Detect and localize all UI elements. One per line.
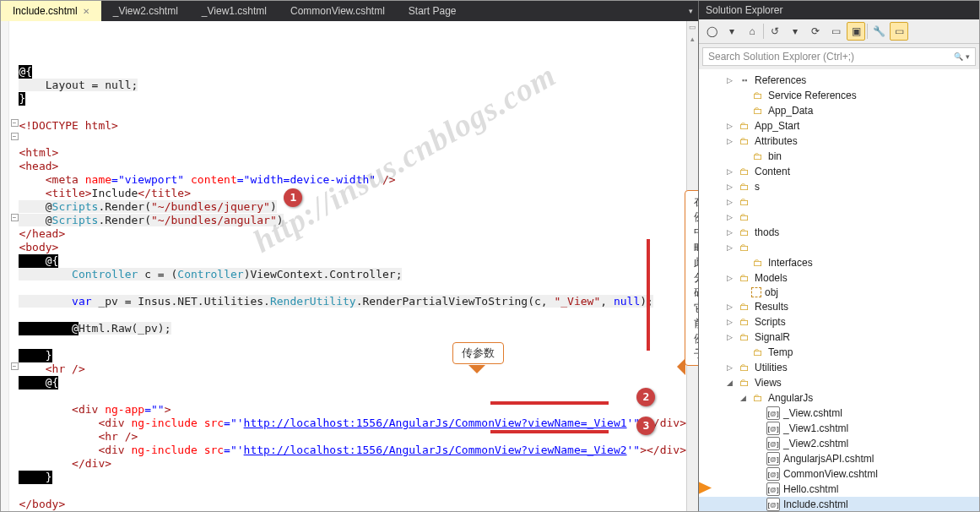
expand-icon[interactable]: ▷	[724, 182, 734, 191]
expand-icon[interactable]: ▷	[753, 485, 763, 493]
expand-icon[interactable]: ▷	[724, 274, 734, 282]
collapse-icon[interactable]: ▭	[826, 22, 845, 41]
close-icon[interactable]: ✕	[83, 7, 89, 16]
tree-label: Temp	[768, 346, 793, 358]
search-input[interactable]: Search Solution Explorer (Ctrl+;)🔍 ▾	[702, 47, 976, 66]
tree-label: App_Data	[768, 105, 813, 117]
refresh-icon[interactable]: ⟳	[806, 22, 825, 41]
folder-icon: 🗀	[738, 376, 751, 389]
expand-icon[interactable]: ▷	[724, 76, 734, 84]
expand-icon[interactable]: ◢	[724, 379, 734, 387]
properties-icon[interactable]: 🔧	[869, 22, 888, 41]
tree-item[interactable]: ▷🗀SignalR	[699, 330, 979, 345]
tab-include[interactable]: Include.cshtml✕	[1, 1, 101, 21]
expand-icon[interactable]: ▷	[738, 259, 748, 267]
folder-icon: 🗀	[751, 346, 765, 359]
expand-icon[interactable]: ▷	[724, 302, 734, 311]
tree-item[interactable]: ◢🗀Views	[699, 375, 979, 390]
solution-tree[interactable]: ▷▪▪References▷🗀Service References▷🗀App_D…	[699, 73, 979, 511]
expand-icon[interactable]: ▷	[738, 348, 748, 357]
tree-item[interactable]: ▷🗀thods	[699, 225, 979, 240]
tree-item[interactable]: ▷🗀bin	[699, 149, 979, 164]
show-all-icon[interactable]: ▣	[847, 22, 865, 41]
tree-item[interactable]: ▷[@]AngularjsAPI.cshtml	[699, 451, 979, 466]
tab-overflow-icon[interactable]: ▾	[683, 1, 698, 21]
tree-item[interactable]: ▷▪▪References	[699, 73, 979, 88]
tree-item[interactable]: ▷🗀App_Data	[699, 103, 979, 118]
tree-item[interactable]: ▷obj	[699, 286, 979, 299]
preview-icon[interactable]: ▭	[890, 22, 908, 41]
expand-icon[interactable]: ▷	[724, 363, 734, 372]
code-editor[interactable]: http://insus.cnblogs.com @{ Layout = nul…	[14, 21, 686, 511]
tree-item[interactable]: ▷🗀Utilities	[699, 360, 979, 375]
tree-label: CommonView.cshtml	[783, 468, 878, 480]
tree-item[interactable]: ▷🗀Temp	[699, 345, 979, 360]
folder-icon: 🗀	[738, 180, 751, 193]
expand-icon[interactable]: ▷	[724, 167, 734, 176]
search-drop-icon[interactable]: 🔍 ▾	[954, 52, 970, 61]
tree-item[interactable]: ▷[@]Hello.cshtml	[699, 482, 979, 497]
expand-icon[interactable]: ▷	[724, 137, 734, 145]
expand-icon[interactable]: ▷	[724, 198, 734, 206]
references-icon: ▪▪	[738, 74, 751, 87]
home-icon[interactable]: ⌂	[743, 22, 761, 41]
tree-item[interactable]: ▷[@]_View1.cshtml	[699, 421, 979, 436]
sync-drop-icon[interactable]: ▾	[786, 22, 804, 41]
expand-icon[interactable]: ▷	[724, 213, 734, 221]
tree-item[interactable]: ▷[@]CommonView.cshtml	[699, 466, 979, 482]
tab-view2[interactable]: _View2.cshtml	[101, 1, 190, 21]
annotation-badge-2: 2	[636, 388, 655, 406]
tree-item[interactable]: ▷🗀Attributes	[699, 133, 979, 149]
tree-item[interactable]: ▷🗀Results	[699, 299, 979, 314]
split-icon[interactable]: ▭	[687, 21, 698, 33]
expand-icon[interactable]: ▷	[738, 106, 748, 115]
expand-icon[interactable]: ▷	[738, 91, 748, 100]
tree-item[interactable]: ▷🗀Models	[699, 270, 979, 286]
expand-icon[interactable]: ▷	[724, 228, 734, 237]
tree-item[interactable]: ▷🗀Interfaces	[699, 255, 979, 270]
expand-icon[interactable]: ▷	[738, 152, 748, 161]
expand-icon[interactable]: ▷	[753, 470, 763, 478]
expand-icon[interactable]: ▷	[724, 333, 734, 341]
forward-drop-icon[interactable]: ▾	[723, 22, 741, 41]
tree-item[interactable]: ▷[@]_View.cshtml	[699, 406, 979, 421]
sync-icon[interactable]: ↺	[766, 22, 784, 41]
expand-icon[interactable]: ▷	[724, 318, 734, 326]
expand-icon[interactable]: ▷	[753, 439, 763, 448]
scroll-up-icon[interactable]: ▴	[689, 33, 696, 45]
tree-label: AngularJs	[768, 392, 813, 404]
expand-icon[interactable]: ▷	[753, 424, 763, 433]
tree-item[interactable]: ▷🗀	[699, 240, 979, 255]
tree-label: s	[755, 181, 760, 193]
tab-common[interactable]: CommonView.cshtml	[279, 1, 397, 21]
expand-icon[interactable]: ▷	[724, 122, 734, 130]
expand-icon[interactable]: ▷	[724, 243, 734, 252]
tree-item[interactable]: ▷🗀s	[699, 179, 979, 194]
expand-icon[interactable]: ▷	[753, 500, 763, 509]
tree-item[interactable]: ▷🗀App_Start	[699, 118, 979, 133]
tree-item[interactable]: ▷[@]Include.cshtml	[699, 497, 979, 511]
tree-label: Attributes	[755, 135, 798, 147]
expand-icon[interactable]: ▷	[753, 409, 763, 417]
breakpoint-gutter[interactable]	[1, 21, 9, 511]
tree-item[interactable]: ▷🗀Content	[699, 164, 979, 179]
tree-label: _View1.cshtml	[783, 422, 848, 434]
back-icon[interactable]: ◯	[702, 22, 721, 41]
tree-label: Content	[755, 166, 790, 177]
tab-view1[interactable]: _View1.cshtml	[190, 1, 279, 21]
tree-item[interactable]: ◢🗀AngularJs	[699, 390, 979, 406]
underline-mark	[490, 401, 609, 405]
tree-item[interactable]: ▷🗀Service References	[699, 88, 979, 103]
callout-skip: 在本例中，略过此部分代码。它是前一例子。	[685, 190, 698, 366]
expand-icon[interactable]: ◢	[738, 394, 748, 402]
tree-item[interactable]: ▷[@]_View2.cshtml	[699, 436, 979, 451]
folder-icon: 🗀	[751, 150, 765, 163]
tab-start[interactable]: Start Page	[397, 1, 468, 21]
expand-icon[interactable]: ▷	[753, 455, 763, 463]
tree-item[interactable]: ▷🗀Scripts	[699, 314, 979, 330]
expand-icon[interactable]: ▷	[738, 288, 748, 297]
solution-explorer-title: Solution Explorer	[699, 1, 979, 19]
tree-item[interactable]: ▷🗀	[699, 210, 979, 225]
cshtml-icon: [@]	[766, 452, 780, 466]
tree-item[interactable]: ▷🗀	[699, 194, 979, 210]
